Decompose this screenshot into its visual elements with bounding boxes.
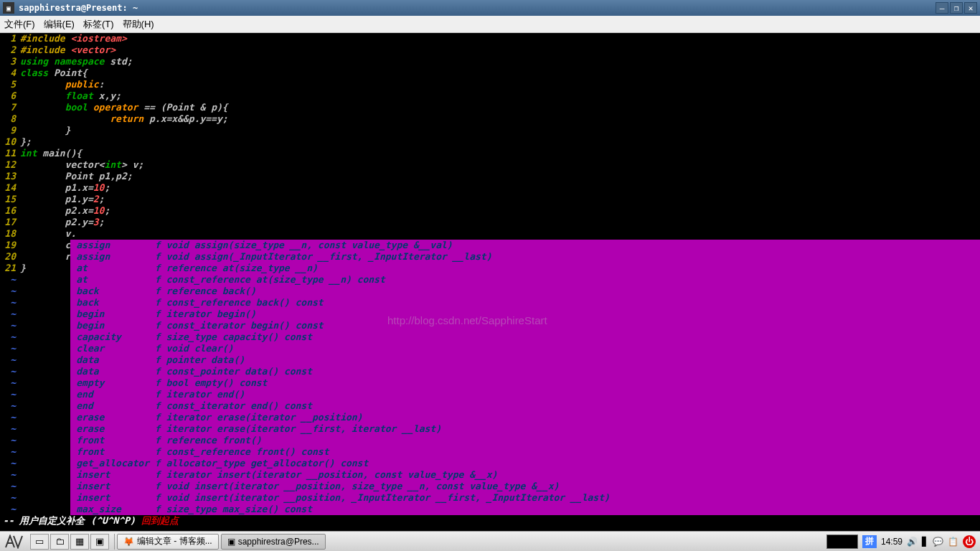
completion-item[interactable]: ~ end f const_iterator end() const <box>0 400 980 412</box>
window-controls: — ❐ ✕ <box>936 2 977 14</box>
menu-tabs[interactable]: 标签(T) <box>83 18 114 31</box>
menubar: 文件(F) 编辑(E) 标签(T) 帮助(H) <box>0 16 980 33</box>
completion-item[interactable]: ~ begin f const_iterator begin() const <box>0 320 980 331</box>
completion-item[interactable]: ~ erase f iterator erase(iterator __posi… <box>0 412 980 423</box>
vim-statusline: -- 用户自定义补全 (^U^N^P) 回到起点 <box>0 515 980 527</box>
source-line: 7 bool operator == (Point & p){ <box>0 102 980 113</box>
source-line: 3using namespace std; <box>0 56 980 67</box>
source-line: 11int main(){ <box>0 148 980 159</box>
close-button[interactable]: ✕ <box>964 2 977 14</box>
completion-item[interactable]: ~ back f const_reference back() const <box>0 297 980 309</box>
completion-item[interactable]: 21} at f reference at(size_type __n) <box>0 263 980 274</box>
completion-item[interactable]: ~ insert f void insert(iterator __positi… <box>0 492 980 504</box>
completion-item[interactable]: ~ insert f void insert(iterator __positi… <box>0 481 980 492</box>
source-line: 14 p1.x=10; <box>0 182 980 194</box>
completion-item[interactable]: ~ data f pointer data() <box>0 354 980 366</box>
editor-area[interactable]: 1#include <iostream>2#include <vector>3u… <box>0 33 980 531</box>
menu-help[interactable]: 帮助(H) <box>123 18 154 31</box>
power-button[interactable]: ⏻ <box>963 535 976 548</box>
window-list-icon[interactable]: ▦ <box>70 534 89 550</box>
clock[interactable]: 14:59 <box>881 534 903 550</box>
source-line: 12 vector<int> v; <box>0 159 980 171</box>
input-method-indicator[interactable]: 拼 <box>862 535 877 548</box>
maximize-button[interactable]: ❐ <box>950 2 963 14</box>
source-line: 16 p2.x=10; <box>0 205 980 217</box>
menu-file[interactable]: 文件(F) <box>4 18 35 31</box>
taskbar: ▭ 🗀 ▦ ▣ 🦊编辑文章 - 博客频...▣sapphirestra@Pres… <box>0 531 980 551</box>
minimize-button[interactable]: — <box>936 2 948 14</box>
completion-item[interactable]: ~ at f const_reference at(size_type __n)… <box>0 274 980 286</box>
completion-item[interactable]: ~ end f iterator end() <box>0 389 980 400</box>
source-line: 15 p1.y=2; <box>0 194 980 205</box>
completion-item[interactable]: 20 r assign f void assign(_InputIterator… <box>0 251 980 263</box>
window-titlebar: ▣ sapphirestra@Present: ~ — ❐ ✕ <box>0 0 980 16</box>
source-line: 1#include <iostream> <box>0 33 980 44</box>
taskbar-button-label: sapphirestra@Pres... <box>238 537 319 547</box>
taskbar-button-label: 编辑文章 - 博客频... <box>137 535 212 547</box>
notification-icon[interactable]: 💬 <box>933 534 943 550</box>
completion-item[interactable]: ~ insert f iterator insert(iterator __po… <box>0 469 980 481</box>
network-icon[interactable]: ▋ <box>922 534 928 550</box>
source-line: 13 Point p1,p2; <box>0 171 980 182</box>
completion-popup[interactable]: 19 c assign f void assign(size_type __n,… <box>0 240 980 515</box>
terminal-launcher-icon[interactable]: ▣ <box>90 534 109 550</box>
completion-item[interactable]: ~ clear f void clear() <box>0 343 980 354</box>
completion-item[interactable]: ~ empty f bool empty() const <box>0 377 980 389</box>
completion-item[interactable]: ~ begin f iterator begin() <box>0 309 980 320</box>
completion-item[interactable]: ~ erase f iterator erase(iterator __firs… <box>0 423 980 435</box>
source-line: 10}; <box>0 136 980 148</box>
taskbar-separator <box>114 534 115 550</box>
start-menu-button[interactable] <box>0 532 27 552</box>
completion-item[interactable]: ~ front f const_reference front() const <box>0 446 980 458</box>
completion-item[interactable]: ~ front f reference front() <box>0 435 980 446</box>
completion-item[interactable]: ~ back f reference back() <box>0 286 980 297</box>
source-code: 1#include <iostream>2#include <vector>3u… <box>0 33 980 240</box>
source-line: 9 } <box>0 125 980 136</box>
source-line: 6 float x,y; <box>0 90 980 102</box>
completion-item[interactable]: ~ get_allocator f allocator_type get_all… <box>0 458 980 469</box>
completion-item[interactable]: ~ max_size f size_type max_size() const <box>0 504 980 515</box>
show-desktop-icon[interactable]: ▭ <box>30 534 49 550</box>
source-line: 4class Point{ <box>0 67 980 79</box>
source-line: 17 p2.y=3; <box>0 217 980 228</box>
volume-icon[interactable]: 🔊 <box>907 534 918 550</box>
menu-edit[interactable]: 编辑(E) <box>44 18 75 31</box>
taskbar-button[interactable]: ▣sapphirestra@Pres... <box>221 534 326 550</box>
quick-launch: ▭ 🗀 ▦ ▣ <box>27 534 112 550</box>
updates-icon[interactable]: 📋 <box>948 534 958 550</box>
completion-item[interactable]: ~ data f const_pointer data() const <box>0 366 980 377</box>
taskbar-button[interactable]: 🦊编辑文章 - 博客频... <box>117 534 219 550</box>
source-line: 8 return p.x=x&&p.y==y; <box>0 113 980 125</box>
source-line: 5 public: <box>0 79 980 90</box>
taskbar-button-icon: ▣ <box>227 537 235 547</box>
completion-item[interactable]: ~ capacity f size_type capacity() const <box>0 331 980 343</box>
source-line: 18 v. <box>0 228 980 240</box>
source-line: 2#include <vector> <box>0 44 980 56</box>
completion-item[interactable]: 19 c assign f void assign(size_type __n,… <box>0 240 980 251</box>
window-title: sapphirestra@Present: ~ <box>19 3 138 13</box>
terminal-icon: ▣ <box>3 2 14 14</box>
tray-workspace-switcher[interactable] <box>826 534 858 549</box>
taskbar-button-icon: 🦊 <box>123 537 134 547</box>
system-tray: 拼 14:59 🔊 ▋ 💬 📋 ⏻ <box>826 534 980 550</box>
file-manager-icon[interactable]: 🗀 <box>50 534 69 550</box>
